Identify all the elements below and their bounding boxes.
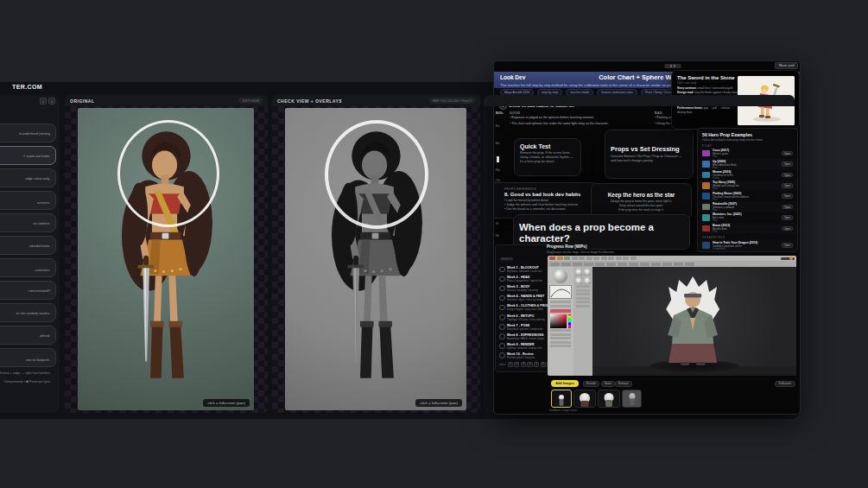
example-row[interactable]: Coco (2017)Héctor's guitarPixarOpen bbox=[698, 149, 797, 159]
studio-tag: Pixar bbox=[713, 167, 779, 169]
week-checkbox[interactable] bbox=[499, 324, 505, 330]
week-row[interactable]: Week 6 - RETOPOTopology / UV prep / clea… bbox=[499, 314, 549, 321]
sidebar-note-card[interactable]: « zoom-out habit. bbox=[0, 146, 56, 165]
example-text: Up (2009)Ellie's Adventure BookPixar bbox=[713, 160, 779, 169]
week-row[interactable]: Week 2 - HEADPlanes / proportions / appe… bbox=[499, 276, 549, 282]
week-subtitle: Planes / proportions / appeal test bbox=[507, 279, 542, 282]
habit-bullet: • Use the brand as a reminder, not decor… bbox=[504, 207, 592, 212]
week-row[interactable]: Week 8 - EXPRESSIONSAsymmetry / FACS / m… bbox=[499, 333, 549, 340]
milestone-dot[interactable]: 6 bbox=[541, 362, 546, 367]
open-button[interactable]: Open bbox=[782, 205, 793, 210]
notes-sidebar: ‹ › d underlined (writing« zoom-out habi… bbox=[0, 95, 60, 413]
milestone-dot[interactable]: 2 bbox=[514, 362, 519, 367]
sidebar-note-card[interactable]: es content. bbox=[0, 213, 56, 232]
example-row[interactable]: How to Train Your Dragon (2010)Toothless… bbox=[698, 240, 797, 250]
example-row[interactable]: Kung Fu Panda (2008)The Dragon ScrollDre… bbox=[698, 250, 797, 252]
sidebar-note-card[interactable]: al, not random seams. bbox=[0, 303, 56, 322]
wip-thumbnail[interactable] bbox=[598, 390, 620, 408]
week-checkbox[interactable] bbox=[499, 314, 505, 320]
week-checkbox[interactable] bbox=[499, 343, 505, 349]
notes-button[interactable]: Notes bbox=[601, 381, 615, 387]
quick-test-card[interactable]: Quick Test Remove the prop. If the scene… bbox=[514, 138, 581, 176]
panel-title: ORIGINAL bbox=[70, 98, 94, 104]
week-row[interactable]: Week 4 - HANDS & FEETStructure / digits … bbox=[499, 295, 549, 301]
good-bad-habits-card[interactable]: PROPS REFERENCE 8. Good vs bad look dev … bbox=[493, 182, 599, 219]
week-row[interactable]: Week 10 - ReviewPortfolio polish / final… bbox=[499, 352, 549, 359]
rail-label: Hi bbox=[496, 234, 499, 238]
sidebar-note-text: Compression • ◙ Posterize lysis. bbox=[0, 379, 56, 384]
week-row[interactable]: Week 9 - RENDERLighting / materials / mo… bbox=[499, 343, 549, 350]
wip-thumbnail[interactable] bbox=[622, 390, 642, 408]
wip-thumbnail-selected[interactable] bbox=[551, 390, 572, 408]
example-row[interactable]: Toy Story (1995)Woody's pull string & ha… bbox=[698, 181, 797, 191]
open-button[interactable]: Open bbox=[782, 193, 793, 199]
reorder-button[interactable]: Reorder bbox=[583, 381, 599, 387]
sidebar-note-card[interactable]: d underlined (writing bbox=[0, 124, 56, 143]
check-view-image[interactable]: click = fullscreen (pan) bbox=[285, 108, 466, 410]
zbrush-tool-palette bbox=[548, 267, 573, 376]
week-row[interactable]: Week 5 - CLOTHES & PROPSDesign shapes / … bbox=[499, 304, 549, 311]
add-images-button[interactable]: Add Images bbox=[551, 380, 579, 387]
zbrush-wip-screenshot[interactable] bbox=[548, 256, 796, 376]
example-text: Toy Story (1995)Woody's pull string & ha… bbox=[713, 181, 779, 190]
sidebar-prev-button[interactable]: ‹ bbox=[40, 98, 47, 105]
note-text: plined. bbox=[0, 333, 50, 338]
fullscreen-button[interactable]: Fullscreen bbox=[775, 381, 795, 387]
remove-button[interactable]: Remove bbox=[615, 381, 632, 387]
props-vs-set-card[interactable]: Props vs Set Dressing Costume Element / … bbox=[605, 130, 694, 179]
example-row[interactable]: Monsters, Inc. (2001)Boo's doorPixarOpen bbox=[698, 212, 797, 223]
sidebar-next-button[interactable]: › bbox=[48, 98, 55, 105]
open-button[interactable]: Open bbox=[782, 173, 793, 178]
week-checkbox[interactable] bbox=[499, 333, 505, 339]
drag-handle-icon[interactable] bbox=[664, 64, 681, 68]
sidebar-note-text: sciplined chroma + edge → tight hue fami… bbox=[0, 371, 56, 376]
week-row[interactable]: Week 3 - BODYGesture / anatomy / massing bbox=[499, 285, 549, 292]
zbrush-viewport[interactable] bbox=[592, 267, 796, 376]
note-text: concentrated? bbox=[0, 288, 50, 293]
week-checkbox[interactable] bbox=[499, 305, 505, 311]
sidebar-note-card[interactable]: concentrated? bbox=[0, 281, 56, 300]
sidebar-note-card[interactable]: islands/noise. bbox=[0, 236, 56, 255]
week-checkbox[interactable] bbox=[499, 267, 505, 273]
open-button[interactable]: Open bbox=[782, 183, 793, 188]
examples-section-label: PIXAR bbox=[698, 142, 797, 149]
milestone-dot[interactable]: 1 bbox=[508, 362, 513, 367]
example-row[interactable]: Ratatouille (2007)Gusteau's cookbookPixa… bbox=[698, 201, 797, 212]
week-row[interactable]: Week 1 - BLOCKOUTBig forms / silhouette … bbox=[499, 266, 549, 273]
open-button[interactable]: Open bbox=[782, 151, 793, 156]
sidebar-note-card[interactable]: ptcentrates. bbox=[0, 258, 56, 277]
sidebar-note-card[interactable]: udge value only. bbox=[0, 168, 56, 187]
sidebar-note-card[interactable]: plined. bbox=[0, 326, 56, 345]
panel-title: CHECK VIEW + OVERLAYS bbox=[277, 98, 342, 104]
note-text: centrates. bbox=[0, 268, 50, 272]
card-bullets: Design the prop to frame the pose, never… bbox=[597, 200, 686, 212]
move-card-button[interactable]: Move card bbox=[775, 62, 798, 69]
screen: TER.COM ‹ › d underlined (writing« zoom-… bbox=[0, 0, 868, 488]
open-button[interactable]: Open bbox=[782, 215, 793, 220]
sidebar-note-card[interactable]: ckersee its footprint. bbox=[0, 348, 56, 367]
example-text: Kung Fu Panda (2008)The Dragon ScrollDre… bbox=[713, 251, 779, 252]
week-checkbox[interactable] bbox=[499, 276, 505, 282]
original-render-image[interactable]: click = fullscreen (pan) bbox=[78, 108, 254, 410]
sidebar-note-card[interactable]: ssionscreens. bbox=[0, 191, 56, 210]
week-checkbox[interactable] bbox=[499, 352, 505, 358]
week-checkbox[interactable] bbox=[499, 295, 505, 301]
week-row[interactable]: Week 7 - POSEStory beat / gesture / comp… bbox=[499, 324, 549, 331]
milestone-dot[interactable]: 5 bbox=[534, 362, 539, 367]
milestone-dot[interactable]: 4 bbox=[527, 362, 532, 367]
open-button[interactable]: Open bbox=[782, 243, 793, 248]
good-habit-item: The chart and spheres live under the sam… bbox=[510, 121, 639, 127]
good-habits-list: Exposure is judged on the spheres before… bbox=[510, 115, 639, 126]
wip-thumbnail[interactable] bbox=[573, 390, 596, 408]
rail-label: Billb bbox=[496, 111, 503, 115]
example-row[interactable]: Finding Nemo (2003)The diver's mask with… bbox=[698, 191, 797, 201]
example-row[interactable]: Brave (2012)Merida's bowPixarOpen bbox=[698, 223, 797, 233]
progress-title: Progress Row (WIPs) bbox=[547, 244, 586, 249]
example-row[interactable]: Up (2009)Ellie's Adventure BookPixarOpen bbox=[698, 159, 797, 169]
open-button[interactable]: Open bbox=[782, 226, 793, 231]
example-row[interactable]: Moana (2016)The Heart of Te FitiDisneyOp… bbox=[698, 169, 797, 180]
week-checkbox[interactable] bbox=[499, 286, 505, 292]
milestone-dot[interactable]: 3 bbox=[521, 362, 526, 367]
open-button[interactable]: Open bbox=[782, 162, 793, 167]
lookdev-card-window[interactable]: Move card Look Dev Color Chart + Sphere … bbox=[493, 60, 801, 415]
